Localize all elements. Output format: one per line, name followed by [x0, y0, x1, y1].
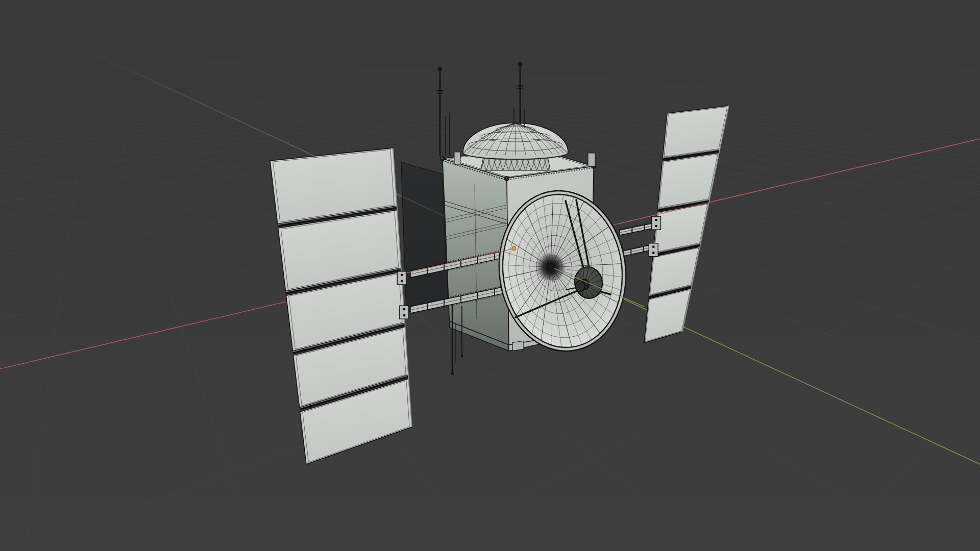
wing-hinge-bracket [649, 243, 658, 257]
viewport-3d[interactable] [0, 0, 980, 551]
wing-hinge-bracket [651, 216, 660, 230]
body-glass-face [401, 162, 448, 312]
viewport-canvas[interactable] [0, 0, 980, 551]
wing-hinge-bracket [400, 306, 409, 319]
object-origin-marker [512, 246, 516, 251]
